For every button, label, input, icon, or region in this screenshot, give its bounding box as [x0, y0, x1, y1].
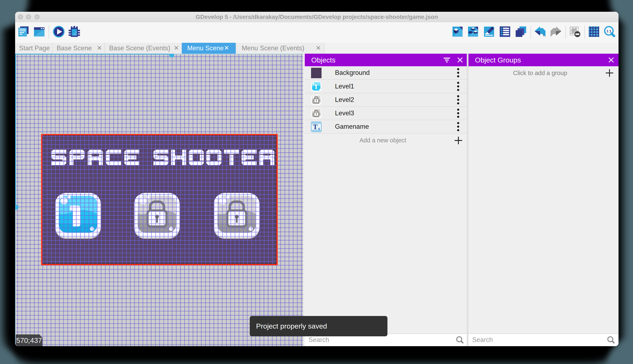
svg-text:x: x — [318, 126, 320, 131]
svg-text:T: T — [313, 123, 318, 131]
svg-text:1:1: 1:1 — [606, 29, 611, 33]
